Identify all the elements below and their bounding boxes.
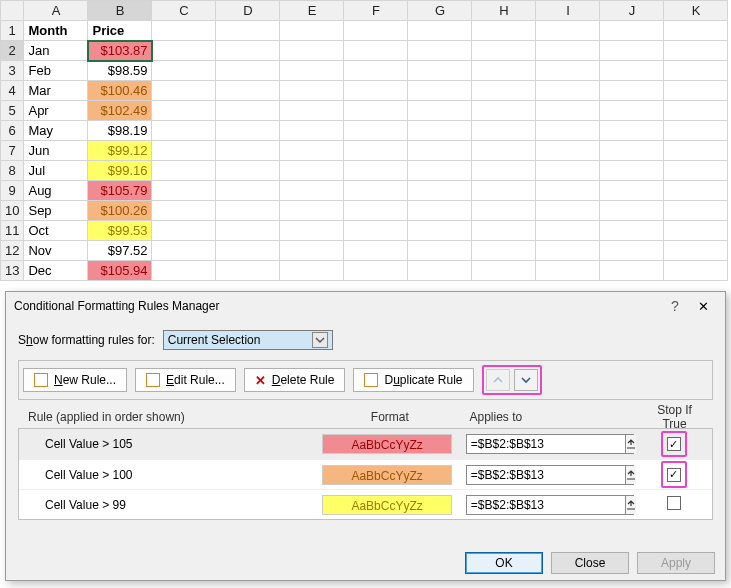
cell-B10[interactable]: $100.26	[88, 201, 152, 221]
duplicate-rule-button[interactable]: Duplicate Rule	[353, 368, 473, 392]
delete-rule-button[interactable]: ✕ Delete Rule	[244, 368, 346, 392]
cell-I3[interactable]	[536, 61, 600, 81]
col-header-C[interactable]: C	[152, 1, 216, 21]
cell-G3[interactable]	[408, 61, 472, 81]
cell-I5[interactable]	[536, 101, 600, 121]
cell-G9[interactable]	[408, 181, 472, 201]
cell-K2[interactable]	[664, 41, 728, 61]
move-down-button[interactable]	[514, 369, 538, 391]
row-header-1[interactable]: 1	[1, 21, 24, 41]
cell-B6[interactable]: $98.19	[88, 121, 152, 141]
cell-E4[interactable]	[280, 81, 344, 101]
cell-D3[interactable]	[216, 61, 280, 81]
cell-I7[interactable]	[536, 141, 600, 161]
cell-G6[interactable]	[408, 121, 472, 141]
cell-K6[interactable]	[664, 121, 728, 141]
cell-B9[interactable]: $105.79	[88, 181, 152, 201]
cell-C5[interactable]	[152, 101, 216, 121]
cell-G12[interactable]	[408, 241, 472, 261]
cell-C3[interactable]	[152, 61, 216, 81]
cell-A11[interactable]: Oct	[24, 221, 88, 241]
col-header-G[interactable]: G	[408, 1, 472, 21]
cell-B1[interactable]: Price	[88, 21, 152, 41]
col-header-D[interactable]: D	[216, 1, 280, 21]
row-header-4[interactable]: 4	[1, 81, 24, 101]
cell-A10[interactable]: Sep	[24, 201, 88, 221]
cell-K13[interactable]	[664, 261, 728, 281]
cell-B13[interactable]: $105.94	[88, 261, 152, 281]
cell-C10[interactable]	[152, 201, 216, 221]
cell-E3[interactable]	[280, 61, 344, 81]
cell-I9[interactable]	[536, 181, 600, 201]
row-header-9[interactable]: 9	[1, 181, 24, 201]
cell-H2[interactable]	[472, 41, 536, 61]
cell-E11[interactable]	[280, 221, 344, 241]
cell-H7[interactable]	[472, 141, 536, 161]
row-header-2[interactable]: 2	[1, 41, 24, 61]
cell-J5[interactable]	[600, 101, 664, 121]
cell-H13[interactable]	[472, 261, 536, 281]
cell-B4[interactable]: $100.46	[88, 81, 152, 101]
cell-E8[interactable]	[280, 161, 344, 181]
cell-I1[interactable]	[536, 21, 600, 41]
stop-if-true-checkbox[interactable]	[667, 496, 681, 510]
cell-I4[interactable]	[536, 81, 600, 101]
cell-C11[interactable]	[152, 221, 216, 241]
cell-I8[interactable]	[536, 161, 600, 181]
cell-D12[interactable]	[216, 241, 280, 261]
close-button[interactable]: Close	[551, 552, 629, 574]
cell-E12[interactable]	[280, 241, 344, 261]
cell-E7[interactable]	[280, 141, 344, 161]
cell-H5[interactable]	[472, 101, 536, 121]
cell-C6[interactable]	[152, 121, 216, 141]
cell-G2[interactable]	[408, 41, 472, 61]
row-header-11[interactable]: 11	[1, 221, 24, 241]
stop-if-true-checkbox[interactable]: ✓	[667, 468, 681, 482]
cell-D11[interactable]	[216, 221, 280, 241]
cell-J8[interactable]	[600, 161, 664, 181]
chevron-down-icon[interactable]	[312, 332, 328, 348]
cell-C1[interactable]	[152, 21, 216, 41]
cell-H11[interactable]	[472, 221, 536, 241]
cell-E6[interactable]	[280, 121, 344, 141]
cell-C4[interactable]	[152, 81, 216, 101]
cell-F1[interactable]	[344, 21, 408, 41]
col-header-E[interactable]: E	[280, 1, 344, 21]
cell-I13[interactable]	[536, 261, 600, 281]
cell-D10[interactable]	[216, 201, 280, 221]
cell-J2[interactable]	[600, 41, 664, 61]
cell-C2[interactable]	[152, 41, 216, 61]
cell-E5[interactable]	[280, 101, 344, 121]
row-header-3[interactable]: 3	[1, 61, 24, 81]
cell-D1[interactable]	[216, 21, 280, 41]
cell-J13[interactable]	[600, 261, 664, 281]
applies-to-field[interactable]	[467, 496, 625, 514]
row-header-12[interactable]: 12	[1, 241, 24, 261]
applies-to-field[interactable]	[467, 466, 625, 484]
move-up-button[interactable]	[486, 369, 510, 391]
cell-A3[interactable]: Feb	[24, 61, 88, 81]
cell-J12[interactable]	[600, 241, 664, 261]
scope-dropdown[interactable]: Current Selection	[163, 330, 333, 350]
cell-A8[interactable]: Jul	[24, 161, 88, 181]
cell-J7[interactable]	[600, 141, 664, 161]
cell-D6[interactable]	[216, 121, 280, 141]
cell-H6[interactable]	[472, 121, 536, 141]
row-header-7[interactable]: 7	[1, 141, 24, 161]
cell-K12[interactable]	[664, 241, 728, 261]
col-header-J[interactable]: J	[600, 1, 664, 21]
cell-K9[interactable]	[664, 181, 728, 201]
cell-A13[interactable]: Dec	[24, 261, 88, 281]
range-select-icon[interactable]	[625, 466, 636, 484]
cell-K1[interactable]	[664, 21, 728, 41]
col-header-F[interactable]: F	[344, 1, 408, 21]
cell-D8[interactable]	[216, 161, 280, 181]
col-header-K[interactable]: K	[664, 1, 728, 21]
range-select-icon[interactable]	[625, 435, 636, 453]
cell-H3[interactable]	[472, 61, 536, 81]
close-icon[interactable]: ✕	[689, 299, 717, 314]
cell-B3[interactable]: $98.59	[88, 61, 152, 81]
cell-A9[interactable]: Aug	[24, 181, 88, 201]
cell-B2[interactable]: $103.87	[88, 41, 152, 61]
cell-G4[interactable]	[408, 81, 472, 101]
